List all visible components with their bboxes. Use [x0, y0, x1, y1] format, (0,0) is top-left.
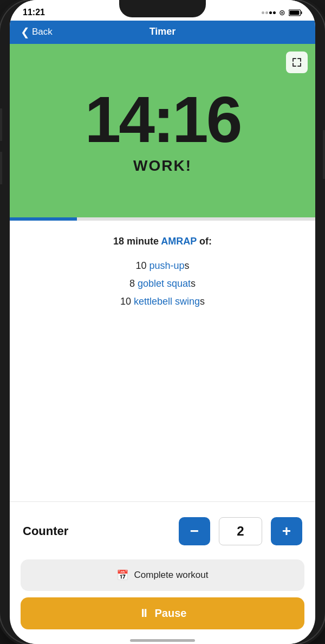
status-icons: ⊛ — [262, 8, 302, 17]
signal-dot-3 — [269, 11, 272, 14]
timer-phase-label: WORK! — [133, 157, 192, 175]
pause-icon: ⏸ — [139, 607, 150, 620]
status-time: 11:21 — [23, 8, 45, 17]
back-chevron-icon: ❮ — [21, 25, 30, 38]
list-item: 10 push-ups — [23, 260, 302, 272]
phone-screen: 11:21 ⊛ — [10, 0, 315, 644]
list-item: 10 kettlebell swings — [23, 296, 302, 307]
ex2-count: 8 — [129, 278, 138, 289]
counter-section: Counter − 2 + — [10, 507, 315, 555]
nav-bar: ❮ Back Timer — [10, 21, 315, 44]
ex2-suffix: s — [191, 278, 196, 289]
exercise-list: 10 push-ups 8 goblet squats 10 kettlebel… — [23, 260, 302, 307]
notch — [119, 0, 206, 17]
workout-info: 18 minute AMRAP of: 10 push-ups 8 goblet… — [10, 221, 315, 496]
list-item: 8 goblet squats — [23, 278, 302, 289]
ex3-link[interactable]: kettlebell swing — [134, 296, 200, 307]
counter-label: Counter — [23, 524, 170, 538]
signal-icon — [262, 11, 276, 14]
ex1-link[interactable]: push-up — [149, 260, 184, 271]
ex1-suffix: s — [185, 260, 190, 271]
progress-bar-container — [10, 217, 315, 221]
ex3-count: 10 — [120, 296, 134, 307]
nav-title: Timer — [150, 26, 176, 37]
power-button[interactable] — [323, 130, 325, 179]
volume-up-button[interactable] — [0, 108, 2, 141]
timer-area: 14:16 WORK! — [10, 44, 315, 217]
fullscreen-icon — [291, 57, 302, 68]
home-indicator — [10, 635, 315, 644]
amrap-label[interactable]: AMRAP — [161, 236, 197, 247]
timer-display: 14:16 — [85, 87, 240, 152]
ex2-link[interactable]: goblet squat — [138, 278, 191, 289]
phone-frame: 11:21 ⊛ — [0, 0, 325, 644]
pause-button[interactable]: ⏸ Pause — [21, 597, 304, 629]
description-prefix: 18 minute — [113, 236, 161, 247]
fullscreen-button[interactable] — [286, 51, 308, 73]
progress-bar-fill — [10, 217, 77, 221]
counter-value-display: 2 — [219, 517, 262, 545]
wifi-icon: ⊛ — [279, 8, 285, 17]
ex3-suffix: s — [200, 296, 205, 307]
svg-rect-1 — [301, 11, 302, 14]
signal-dot-1 — [262, 11, 264, 14]
svg-rect-2 — [290, 10, 300, 15]
volume-down-button[interactable] — [0, 152, 2, 184]
calendar-icon: 📅 — [116, 569, 128, 581]
pause-label: Pause — [155, 607, 187, 620]
battery-icon — [289, 9, 302, 16]
ex1-count: 10 — [135, 260, 149, 271]
complete-workout-button[interactable]: 📅 Complete workout — [21, 559, 304, 591]
section-divider — [10, 501, 315, 502]
home-indicator-bar — [130, 639, 195, 642]
back-button[interactable]: ❮ Back — [21, 25, 53, 38]
amrap-title: 18 minute AMRAP of: — [23, 236, 302, 247]
decrement-button[interactable]: − — [179, 517, 210, 545]
bottom-actions: 📅 Complete workout ⏸ Pause — [10, 555, 315, 635]
description-suffix: of: — [197, 236, 212, 247]
increment-button[interactable]: + — [271, 517, 302, 545]
back-label: Back — [32, 27, 53, 37]
signal-dot-2 — [265, 11, 268, 14]
signal-dot-4 — [273, 11, 276, 14]
complete-workout-label: Complete workout — [134, 570, 208, 581]
